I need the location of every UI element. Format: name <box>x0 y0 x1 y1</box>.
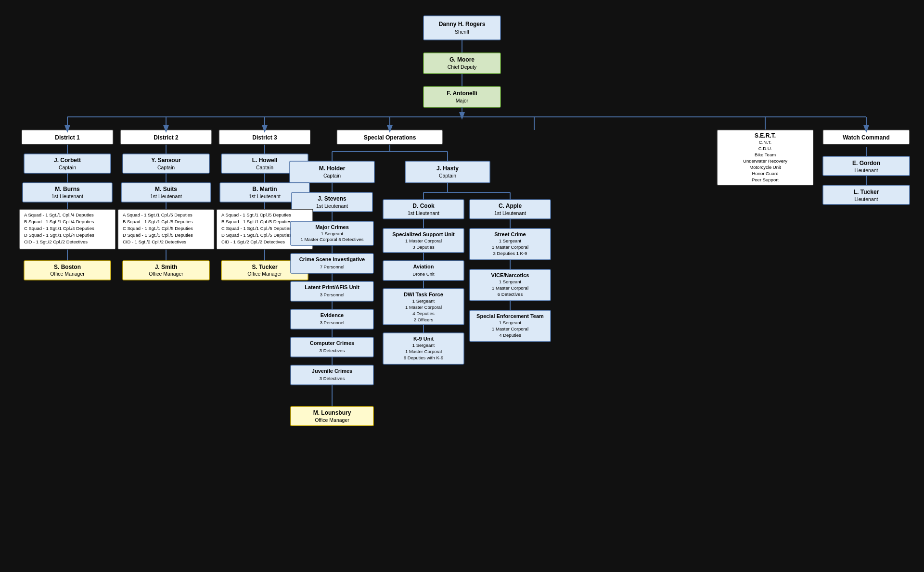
sansour-box: Y. Sansour Captain <box>123 154 209 173</box>
chart-wrapper: text { font-family: Arial, sans-serif; }… <box>0 0 924 572</box>
juvenile-crimes-name: Juvenile Crimes <box>312 368 352 374</box>
cook-title: 1st Lieutenant <box>408 210 439 216</box>
stevens-title: 1st Lieutenant <box>316 203 348 209</box>
sert-line4: Bike Team <box>755 152 776 157</box>
squad3-line3: C Squad - 1 Sgt./1 Cpl./5 Deputies <box>221 226 292 231</box>
corbett-title: Captain <box>59 165 76 170</box>
aviation-name: Aviation <box>413 264 434 269</box>
dwi-d4: 2 Officers <box>414 317 434 322</box>
computer-crimes-box: Computer Crimes 3 Detectives <box>291 337 373 357</box>
holder-name: M. Holder <box>319 165 346 172</box>
apple-name: C. Apple <box>499 203 522 209</box>
chief-deputy-box: G. Moore Chief Deputy <box>424 53 500 74</box>
major-crimes-name: Major Crimes <box>315 224 349 230</box>
k9-d3: 6 Deputies with K-9 <box>404 355 443 360</box>
burns-title: 1st Lieutenant <box>51 193 83 199</box>
stucker-title: Office Manager <box>247 271 282 277</box>
apple-box: C. Apple 1st Lieutenant <box>470 200 551 219</box>
squad3-line1: A Squad - 1 Sgt./1 Cpl./5 Deputies <box>221 212 291 217</box>
squad1-box: A Squad - 1 Sgt./1 Cpl./4 Deputies B Squ… <box>19 209 116 249</box>
major-crimes-d1: 1 Sergeant <box>321 231 344 236</box>
district1-label: District 1 <box>55 134 80 141</box>
squad2-line3: C Squad - 1 Sgt./1 Cpl./5 Deputies <box>123 226 193 231</box>
svg-rect-60 <box>290 161 374 183</box>
sert-line2: C.N.T. <box>759 140 771 145</box>
boston-title: Office Manager <box>50 271 85 277</box>
squad1-line5: CID - 1 Sgt./2 Cpl./2 Detectives <box>24 239 88 244</box>
vice-d2: 1 Master Corporal <box>492 285 528 291</box>
dwi-d2: 1 Master Corporal <box>405 305 442 310</box>
martin-title: 1st Lieutenant <box>249 193 281 199</box>
gordon-name: E. Gordon <box>852 160 880 166</box>
sert-line5: Underwater Recovery <box>743 158 787 164</box>
spec-support-name: Specialized Support Unit <box>392 231 455 237</box>
sert-line7: Honor Guard <box>752 171 779 176</box>
squad2-box: A Squad - 1 Sgt./1 Cpl./5 Deputies B Squ… <box>118 209 214 249</box>
dwi-box: DWI Task Force 1 Sergeant 1 Master Corpo… <box>383 289 464 325</box>
squad1-line4: D Squad - 1 Sgt./1 Cpl./4 Deputies <box>24 232 94 238</box>
spec-enf-d3: 4 Deputies <box>499 332 521 338</box>
squad2-line5: CID - 1 Sgt./2 Cpl./2 Detectives <box>123 239 186 244</box>
chief-title: Chief Deputy <box>448 64 477 70</box>
squad1-line2: B Squad - 1 Sgt./1 Cpl./4 Deputies <box>24 219 94 224</box>
squad3-line5: CID - 1 Sgt./2 Cpl./2 Detectives <box>221 239 285 244</box>
juvenile-crimes-box: Juvenile Crimes 3 Detectives <box>291 365 373 385</box>
tucker-lt-box: L. Tucker Lieutenant <box>823 185 910 204</box>
evidence-detail: 3 Personnel <box>320 320 345 325</box>
vice-d3: 6 Detectives <box>498 292 523 297</box>
district3-label: District 3 <box>252 134 277 141</box>
spec-enf-name: Special Enforcement Team <box>476 313 544 319</box>
howell-title: Captain <box>256 165 273 170</box>
sert-line3: C.D.U. <box>758 146 772 151</box>
computer-crimes-detail: 3 Detectives <box>320 348 345 353</box>
jsmith-title: Office Manager <box>149 271 183 277</box>
dwi-d3: 4 Deputies <box>412 311 435 316</box>
dwi-name: DWI Task Force <box>404 292 443 297</box>
lounsbury-title: Office Manager <box>315 417 349 423</box>
latent-print-box: Latent Print/AFIS Unit 3 Personnel <box>291 281 373 301</box>
burns-box: M. Burns 1st Lieutenant <box>23 183 112 202</box>
special-ops-label: Special Operations <box>364 134 416 141</box>
special-ops-box: Special Operations <box>337 130 443 144</box>
major-crimes-box: Major Crimes 1 Sergeant 1 Master Corpora… <box>291 221 373 245</box>
major-box: F. Antonelli Major <box>424 87 500 107</box>
boston-box: S. Boston Office Manager <box>24 261 111 280</box>
street-crime-d1: 1 Sergeant <box>499 238 522 243</box>
latent-name: Latent Print/AFIS Unit <box>305 284 359 290</box>
svg-rect-61 <box>405 161 490 183</box>
chief-name: G. Moore <box>449 56 475 63</box>
jsmith-name: J. Smith <box>155 264 178 270</box>
watch-command-box: Watch Command <box>823 130 910 144</box>
holder-title: Captain <box>323 173 341 178</box>
k9-d1: 1 Sergeant <box>412 343 435 348</box>
major-crimes-d2: 1 Master Corporal 5 Detectives <box>301 237 364 242</box>
stevens-box: J. Stevens 1st Lieutenant <box>292 192 372 212</box>
district2-label: District 2 <box>154 134 179 141</box>
stucker-name: S. Tucker <box>252 264 277 270</box>
squad3-line4: D Squad - 1 Sgt./1 Cpl./5 Deputies <box>221 232 292 238</box>
hasty-box: J. Hasty Captain <box>405 161 490 183</box>
tucker-lt-name: L. Tucker <box>854 189 879 195</box>
lounsbury-name: M. Lounsbury <box>313 409 351 416</box>
squad1-line3: C Squad - 1 Sgt./1 Cpl./4 Deputies <box>24 226 94 231</box>
suits-name: M. Suits <box>155 186 177 192</box>
computer-crimes-name: Computer Crimes <box>310 340 354 346</box>
csi-box: Crime Scene Investigative 7 Personnel <box>291 254 373 273</box>
org-chart-svg: text { font-family: Arial, sans-serif; }… <box>5 7 919 565</box>
holder-box: M. Holder Captain <box>290 161 374 183</box>
spec-enf-box: Special Enforcement Team 1 Sergeant 1 Ma… <box>470 310 551 342</box>
aviation-box: Aviation Drone Unit <box>383 261 464 280</box>
gordon-title: Lieutenant <box>854 167 878 173</box>
lounsbury-box: M. Lounsbury Office Manager <box>291 407 373 426</box>
csi-detail: 7 Personnel <box>320 264 345 269</box>
district2-box: District 2 <box>120 130 212 144</box>
k9-d2: 1 Master Corporal <box>405 349 442 354</box>
spec-support-box: Specialized Support Unit 1 Master Corpor… <box>383 229 464 253</box>
squad2-line1: A Squad - 1 Sgt./1 Cpl./5 Deputies <box>123 212 192 217</box>
squad3-line2: B Squad - 1 Sgt./1 Cpl./5 Deputies <box>221 219 291 224</box>
spec-support-d1: 1 Master Corporal <box>405 238 442 243</box>
hasty-name: J. Hasty <box>436 165 459 172</box>
spec-enf-d2: 1 Master Corporal <box>492 326 528 331</box>
squad1-line1: A Squad - 1 Sgt./1 Cpl./4 Deputies <box>24 212 94 217</box>
sert-line1: S.E.R.T. <box>755 132 776 139</box>
